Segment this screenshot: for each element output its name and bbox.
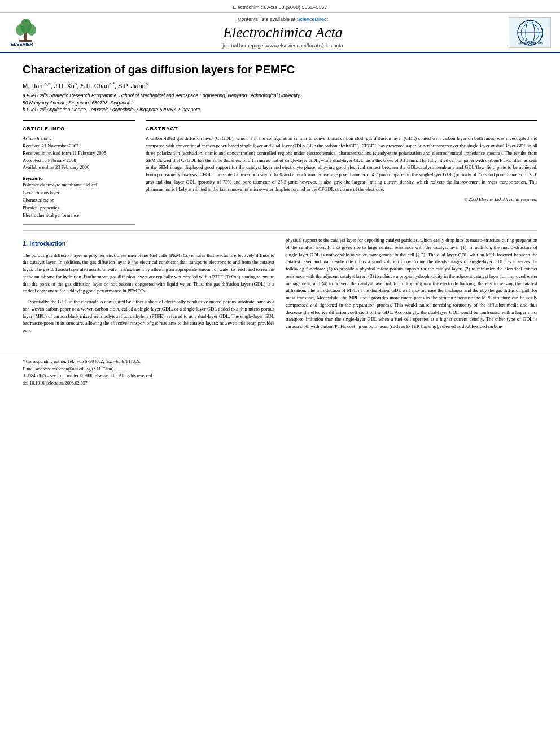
journal-citation-header: Electrochimica Acta 53 (2008) 5361–5367 bbox=[0, 0, 560, 13]
authors-line: M. Han a,b, J.H. Xua, S.H. Chana,*, S.P.… bbox=[23, 81, 537, 89]
keyword-5: Electrochemical performance bbox=[23, 212, 135, 220]
author-mhan: M. Han a,b bbox=[23, 82, 51, 89]
article-content: Characterization of gas diffusion layers… bbox=[0, 53, 560, 349]
svg-point-2 bbox=[16, 24, 25, 36]
body-right-column: physical support to the catalyst layer f… bbox=[286, 237, 537, 338]
affiliation-b: b Fuel Cell Application Centre, Temasek … bbox=[23, 107, 537, 113]
affiliation-a: a Fuel Cells Strategic Research Programm… bbox=[23, 93, 537, 99]
issn-note: 0013-4686/$ – see front matter © 2008 El… bbox=[23, 373, 537, 380]
section-divider bbox=[23, 230, 537, 231]
abstract-section: ABSTRACT A carbon-filled gas diffusion l… bbox=[146, 120, 537, 202]
journal-homepage: journal homepage: www.elsevier.com/locat… bbox=[57, 43, 509, 49]
svg-rect-4 bbox=[24, 33, 27, 40]
author-spjiang: S.P. Jianga bbox=[118, 82, 148, 89]
svg-point-3 bbox=[27, 24, 36, 36]
contents-available-line: Contents lists available at ScienceDirec… bbox=[57, 16, 509, 22]
keyword-1: Polymer electrolyte membrane fuel cell bbox=[23, 181, 135, 189]
svg-text:ELSEVIER: ELSEVIER bbox=[11, 42, 33, 47]
keywords-box: Keywords: Polymer electrolyte membrane f… bbox=[23, 176, 135, 220]
keywords-heading: Keywords: bbox=[23, 176, 135, 181]
elsevier-logo: ELSEVIER bbox=[9, 18, 57, 48]
sciencedirect-link[interactable]: ScienceDirect bbox=[297, 16, 329, 22]
electrochimica-acta-logo: Electrochimica Acta bbox=[509, 17, 551, 48]
abstract-heading: ABSTRACT bbox=[146, 126, 537, 132]
affiliation-a2: 50 Nanyang Avenue, Singapore 639798, Sin… bbox=[23, 100, 537, 107]
svg-text:Electrochimica Acta: Electrochimica Acta bbox=[518, 41, 542, 45]
body-para-2: Essentially, the GDL in the electrode is… bbox=[23, 298, 274, 334]
keyword-3: Characterization bbox=[23, 196, 135, 204]
body-text-left: The porous gas diffusion layer in polyme… bbox=[23, 252, 274, 334]
accepted-date: Accepted 16 February 2008 bbox=[23, 157, 135, 164]
journal-main-title: Electrochimica Acta bbox=[57, 24, 509, 41]
corresponding-note: * Corresponding author. Tel.: +65 679048… bbox=[23, 359, 537, 366]
article-info-heading: ARTICLE INFO bbox=[23, 126, 135, 132]
article-info-box: ARTICLE INFO Article history: Received 2… bbox=[23, 120, 135, 225]
article-footer: * Corresponding author. Tel.: +65 679048… bbox=[0, 355, 560, 391]
doi-note: doi:10.1016/j.electacta.2008.02.057 bbox=[23, 380, 537, 387]
page: Electrochimica Acta 53 (2008) 5361–5367 … bbox=[0, 0, 560, 747]
revised-date: Received in revised form 11 February 200… bbox=[23, 150, 135, 157]
keywords-list: Polymer electrolyte membrane fuel cell G… bbox=[23, 181, 135, 220]
journal-banner: ELSEVIER Contents lists available at Sci… bbox=[0, 13, 560, 53]
abstract-text: A carbon-filled gas diffusion layer (CFG… bbox=[146, 135, 537, 193]
copyright-line: © 2008 Elsevier Ltd. All rights reserved… bbox=[146, 197, 537, 202]
email-note: E-mail address: mshchan@ntu.edu.sg (S.H.… bbox=[23, 366, 537, 373]
body-text-right: physical support to the catalyst layer f… bbox=[286, 237, 537, 330]
info-abstract-columns: ARTICLE INFO Article history: Received 2… bbox=[23, 120, 537, 225]
affiliations: a Fuel Cells Strategic Research Programm… bbox=[23, 93, 537, 114]
body-columns: 1. Introduction The porous gas diffusion… bbox=[23, 237, 537, 338]
body-left-column: 1. Introduction The porous gas diffusion… bbox=[23, 237, 274, 338]
section1-title: 1. Introduction bbox=[23, 239, 274, 248]
body-para-3: physical support to the catalyst layer f… bbox=[286, 237, 537, 330]
received-date: Received 21 November 2007 bbox=[23, 142, 135, 150]
article-info-content: Article history: Received 21 November 20… bbox=[23, 135, 135, 171]
online-date: Available online 23 February 2008 bbox=[23, 164, 135, 171]
journal-title-area: Contents lists available at ScienceDirec… bbox=[57, 16, 509, 49]
article-info-column: ARTICLE INFO Article history: Received 2… bbox=[23, 120, 135, 225]
body-para-1: The porous gas diffusion layer in polyme… bbox=[23, 252, 274, 295]
keyword-2: Gas diffusion layer bbox=[23, 189, 135, 197]
article-title: Characterization of gas diffusion layers… bbox=[23, 62, 537, 77]
journal-citation: Electrochimica Acta 53 (2008) 5361–5367 bbox=[233, 5, 327, 10]
history-label: Article history: bbox=[23, 135, 135, 142]
author-shchan: S.H. Chana,* bbox=[80, 82, 115, 89]
keyword-4: Physical properties bbox=[23, 204, 135, 212]
author-jhxu: J.H. Xua bbox=[54, 82, 77, 89]
abstract-column: ABSTRACT A carbon-filled gas diffusion l… bbox=[146, 120, 537, 225]
